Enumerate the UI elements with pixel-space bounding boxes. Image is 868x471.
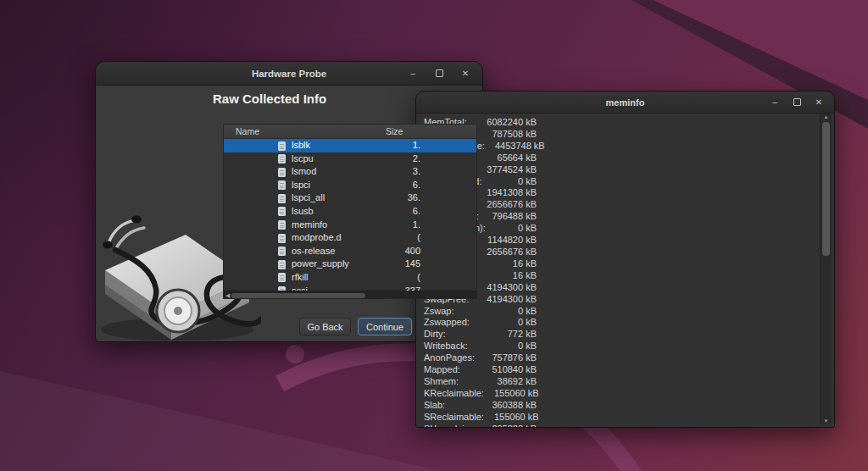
document-icon (278, 194, 286, 203)
vertical-scrollbar[interactable]: ▲ ▼ (820, 114, 832, 424)
file-name: modprobe.d (292, 231, 342, 245)
file-size: 3. (359, 165, 420, 179)
ubuntu-logo-dot (286, 345, 304, 363)
scroll-up-icon[interactable]: ▲ (821, 114, 832, 119)
meminfo-value: 796488 kB (481, 211, 537, 223)
meminfo-value: 757876 kB (481, 352, 537, 364)
file-size: ( (359, 231, 420, 245)
go-back-button[interactable]: Go Back (299, 318, 351, 335)
file-size: 36. (359, 191, 420, 205)
meminfo-value: 4194300 kB (476, 294, 537, 306)
table-row[interactable]: modprobe.d ( (224, 231, 476, 245)
file-name: lsusb (292, 205, 314, 219)
meminfo-value: 155060 kB (484, 412, 539, 424)
table-row[interactable]: os-release 400 (224, 245, 476, 258)
meminfo-value: 0 kB (508, 341, 537, 352)
scroll-left-icon[interactable]: ◀ (225, 291, 230, 299)
file-table: Name Size lsblk 1. lscpu 2. lsmod (223, 124, 477, 299)
meminfo-value: 4194300 kB (476, 282, 537, 294)
table-row[interactable]: lsmod 3. (224, 165, 476, 179)
document-icon (278, 141, 286, 151)
document-icon (278, 220, 286, 230)
column-header-size[interactable]: Size (386, 125, 403, 138)
meminfo-value: 6082240 kB (476, 117, 537, 129)
close-icon[interactable]: ✕ (459, 69, 471, 78)
meminfo-value: 360388 kB (481, 400, 537, 412)
meminfo-line: KReclaimable: 155060 kB (424, 388, 539, 400)
window-title: Hardware Probe (96, 69, 482, 79)
meminfo-key: Zswapped: (424, 317, 470, 329)
file-size: 2. (359, 152, 420, 166)
continue-button[interactable]: Continue (358, 318, 412, 335)
page-title: Raw Collected Info (213, 91, 326, 106)
meminfo-line: Shmem: 38692 kB (424, 376, 537, 388)
hardware-probe-titlebar[interactable]: Hardware Probe – ✕ (96, 62, 482, 86)
meminfo-value: 510840 kB (481, 364, 537, 376)
table-row[interactable]: lsblk 1. (224, 139, 476, 152)
meminfo-value: 16 kB (503, 258, 537, 270)
table-row[interactable]: meminfo 1. (224, 219, 476, 232)
meminfo-titlebar[interactable]: meminfo – ✕ (416, 91, 834, 114)
horizontal-scrollbar[interactable]: ◀ (224, 291, 476, 299)
table-row[interactable]: lsusb 6. (224, 205, 476, 219)
file-name: os-release (292, 245, 335, 258)
file-name: lsmod (292, 165, 316, 179)
meminfo-value: 16 kB (503, 270, 537, 282)
meminfo-value: 205328 kB (481, 424, 537, 427)
meminfo-value: 155060 kB (484, 388, 539, 400)
file-name: lscpu (292, 152, 314, 166)
scrollbar-thumb[interactable] (231, 293, 365, 299)
meminfo-line: Zswapped: 0 kB (424, 317, 537, 329)
meminfo-key: SReclaimable: (424, 412, 484, 424)
meminfo-line: Mapped: 510840 kB (424, 364, 537, 376)
meminfo-line: SReclaimable: 155060 kB (424, 412, 539, 424)
meminfo-key: Dirty: (424, 329, 446, 341)
maximize-icon[interactable] (433, 69, 445, 77)
table-row[interactable]: rfkill ( (224, 271, 476, 285)
meminfo-value: 0 kB (508, 176, 537, 188)
file-name: rfkill (292, 271, 309, 285)
file-list: lsblk 1. lscpu 2. lsmod 3. lspci (224, 139, 476, 297)
document-icon (278, 154, 286, 163)
meminfo-key: Mapped: (424, 364, 460, 376)
table-header: Name Size (224, 125, 476, 139)
meminfo-line: Zswap: 0 kB (424, 306, 537, 318)
meminfo-key: Slab: (424, 400, 445, 412)
meminfo-line: Dirty: 772 kB (424, 329, 537, 341)
maximize-icon[interactable] (791, 98, 803, 106)
meminfo-key: Zswap: (424, 306, 453, 318)
minimize-icon[interactable]: – (407, 69, 419, 78)
meminfo-value: 0 kB (508, 317, 537, 329)
document-icon (278, 273, 286, 282)
document-icon (278, 234, 286, 243)
meminfo-value: 65664 kB (487, 152, 537, 164)
meminfo-value: 2656676 kB (476, 199, 537, 211)
meminfo-key: Writeback: (424, 341, 468, 352)
table-row[interactable]: lscpu 2. (224, 152, 476, 166)
document-icon (278, 260, 286, 269)
meminfo-key: Shmem: (424, 376, 459, 388)
table-row[interactable]: lspci 6. (224, 179, 476, 192)
meminfo-value: 772 kB (498, 329, 537, 341)
column-header-name[interactable]: Name (236, 125, 259, 138)
scroll-down-icon[interactable]: ▼ (821, 418, 832, 424)
table-row[interactable]: lspci_all 36. (224, 191, 476, 205)
table-row[interactable]: power_supply 145 (224, 258, 476, 271)
meminfo-value: 1941308 kB (476, 187, 537, 199)
meminfo-value: 4453748 kB (485, 141, 545, 152)
document-icon (278, 180, 286, 190)
close-icon[interactable]: ✕ (813, 98, 825, 107)
scrollbar-thumb[interactable] (822, 122, 830, 256)
meminfo-key: SUnreclaim: (424, 424, 475, 427)
file-size: 6. (359, 179, 420, 192)
meminfo-value: 3774524 kB (476, 164, 537, 176)
meminfo-key: KReclaimable: (424, 388, 484, 400)
meminfo-key: AnonPages: (424, 352, 475, 364)
meminfo-value: 2656676 kB (476, 247, 537, 258)
file-size: 400 (359, 245, 420, 258)
minimize-icon[interactable]: – (769, 98, 781, 107)
meminfo-line: Slab: 360388 kB (424, 400, 537, 412)
document-icon (278, 207, 286, 216)
meminfo-line: SUnreclaim: 205328 kB (424, 424, 537, 427)
meminfo-window: meminfo – ✕ MemTotal: 6082240 kB MemFree… (415, 91, 835, 428)
